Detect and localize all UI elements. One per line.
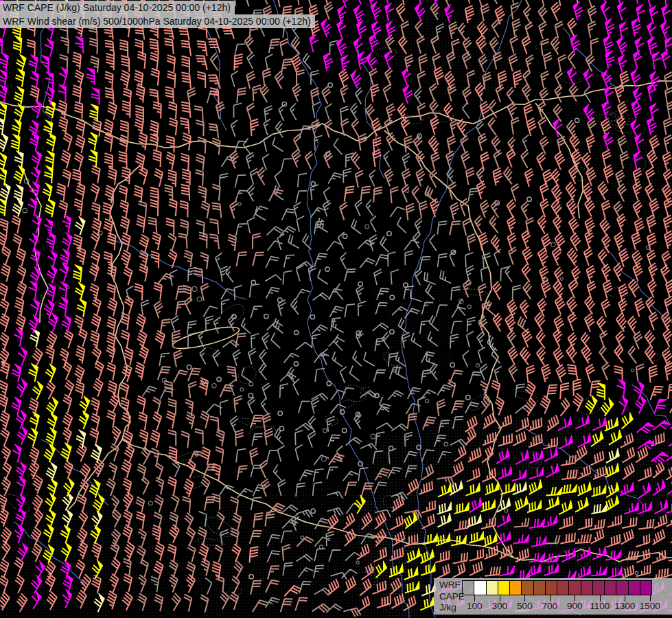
weather-map-page: WRF CAPE (J/kg) Saturday 04-10-2025 00:0… bbox=[0, 0, 672, 618]
cape-legend: WRF CAPE J/kg 10030050070090011001300150… bbox=[434, 578, 672, 615]
legend-swatch bbox=[581, 580, 593, 595]
legend-swatch bbox=[474, 580, 486, 595]
legend-swatch bbox=[616, 580, 628, 595]
legend-swatches bbox=[462, 580, 652, 595]
legend-swatch bbox=[462, 580, 474, 595]
legend-tick-value: 1500 bbox=[635, 601, 665, 611]
title-overlay: WRF CAPE (J/kg) Saturday 04-10-2025 00:0… bbox=[0, 1, 315, 28]
legend-swatch bbox=[533, 580, 546, 595]
legend-swatch bbox=[509, 580, 522, 595]
legend-swatch bbox=[486, 580, 498, 595]
legend-swatch bbox=[568, 580, 581, 595]
legend-swatch bbox=[640, 580, 652, 595]
legend-swatch bbox=[628, 580, 640, 595]
legend-swatch bbox=[521, 580, 533, 595]
legend-swatch bbox=[557, 580, 569, 595]
map-title-windshear: WRF Wind shear (m/s) 500/1000hPa Saturda… bbox=[0, 14, 315, 28]
legend-swatch bbox=[498, 580, 510, 595]
legend-label-model: WRF bbox=[439, 580, 465, 591]
legend-swatch bbox=[545, 580, 557, 595]
map-title-cape: WRF CAPE (J/kg) Saturday 04-10-2025 00:0… bbox=[0, 1, 235, 14]
legend-swatch bbox=[592, 580, 605, 595]
map-canvas bbox=[0, 0, 672, 618]
legend-swatch bbox=[604, 580, 616, 595]
